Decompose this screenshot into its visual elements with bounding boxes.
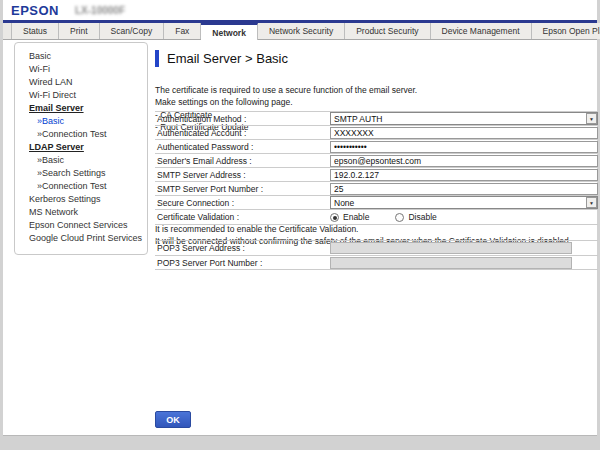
pop3-server-port-label: POP3 Server Port Number : bbox=[155, 258, 330, 268]
certificate-validation-radio-group: Enable Disable bbox=[330, 212, 437, 222]
smtp-server-address-input[interactable] bbox=[330, 169, 598, 181]
tab-status[interactable]: Status bbox=[11, 23, 59, 39]
sender-email-input[interactable] bbox=[330, 155, 598, 167]
sidebar-item-epson-connect-services[interactable]: Epson Connect Services bbox=[15, 219, 147, 232]
ok-button[interactable]: OK bbox=[155, 411, 191, 428]
certificate-validation-label: Certificate Validation : bbox=[155, 212, 330, 222]
authentication-method-select[interactable]: SMTP AUTH ▼ bbox=[330, 112, 598, 125]
form-row-secure-connection: Secure Connection : None ▼ bbox=[155, 195, 598, 209]
smtp-server-port-input[interactable] bbox=[330, 183, 598, 195]
sidebar-item-email-server-basic[interactable]: »Basic bbox=[15, 115, 147, 128]
disable-radio-label: Disable bbox=[408, 212, 436, 222]
authenticated-account-input[interactable] bbox=[330, 127, 598, 139]
sidebar-item-wired-lan[interactable]: Wired LAN bbox=[15, 76, 147, 89]
radio-unselected-icon[interactable] bbox=[395, 213, 404, 222]
sidebar-section-ldap-server[interactable]: LDAP Server bbox=[15, 141, 147, 154]
header: EPSON LX-10000F bbox=[3, 0, 597, 20]
pop3-server-address-label: POP3 Server Address : bbox=[155, 243, 330, 253]
dropdown-arrow-icon[interactable]: ▼ bbox=[586, 197, 597, 208]
note-line: It is recommended to enable the Certific… bbox=[155, 224, 571, 236]
radio-selected-icon[interactable] bbox=[330, 213, 339, 222]
certificate-validation-disable-radio[interactable]: Disable bbox=[395, 212, 436, 222]
sidebar-item-kerberos-settings[interactable]: Kerberos Settings bbox=[15, 193, 147, 206]
tab-fax[interactable]: Fax bbox=[164, 23, 201, 39]
smtp-server-address-label: SMTP Server Address : bbox=[155, 170, 330, 180]
sidebar-item-email-connection-test[interactable]: »Connection Test bbox=[15, 128, 147, 141]
sidebar-item-wifi[interactable]: Wi-Fi bbox=[15, 63, 147, 76]
tab-epson-open-platform[interactable]: Epson Open Platform bbox=[532, 23, 600, 39]
form-row-pop3-server-port: POP3 Server Port Number : bbox=[155, 255, 598, 270]
secure-connection-label: Secure Connection : bbox=[155, 198, 330, 208]
description-line: The certificate is required to use a sec… bbox=[155, 84, 417, 96]
authenticated-account-label: Authenticated Account : bbox=[155, 128, 330, 138]
webconfig-window: EPSON LX-10000F Status Print Scan/Copy F… bbox=[3, 0, 597, 436]
secure-connection-select[interactable]: None ▼ bbox=[330, 196, 598, 209]
sidebar-nav: Basic Wi-Fi Wired LAN Wi-Fi Direct Email… bbox=[14, 42, 148, 255]
pop3-server-address-input bbox=[330, 242, 572, 254]
tab-print[interactable]: Print bbox=[59, 23, 99, 39]
form-row-authenticated-password: Authenticated Password : bbox=[155, 139, 598, 153]
sidebar-item-basic[interactable]: Basic bbox=[15, 50, 147, 63]
form-row-authentication-method: Authentication Method : SMTP AUTH ▼ bbox=[155, 111, 598, 125]
authenticated-password-input[interactable] bbox=[330, 141, 598, 153]
description-line: Make settings on the following page. bbox=[155, 96, 417, 108]
secure-connection-value: None bbox=[331, 198, 354, 208]
enable-radio-label: Enable bbox=[343, 212, 369, 222]
authenticated-password-label: Authenticated Password : bbox=[155, 142, 330, 152]
pop3-server-port-input bbox=[330, 257, 572, 269]
sidebar-section-email-server[interactable]: Email Server bbox=[15, 102, 147, 115]
dropdown-arrow-icon[interactable]: ▼ bbox=[586, 113, 597, 124]
authentication-method-value: SMTP AUTH bbox=[331, 114, 383, 124]
smtp-server-port-label: SMTP Server Port Number : bbox=[155, 184, 330, 194]
certificate-validation-enable-radio[interactable]: Enable bbox=[330, 212, 369, 222]
sidebar-item-ms-network[interactable]: MS Network bbox=[15, 206, 147, 219]
form-row-authenticated-account: Authenticated Account : bbox=[155, 125, 598, 139]
sidebar-item-ldap-connection-test[interactable]: »Connection Test bbox=[15, 180, 147, 193]
sidebar-item-ldap-basic[interactable]: »Basic bbox=[15, 154, 147, 167]
tab-network-security[interactable]: Network Security bbox=[258, 23, 345, 39]
form-row-smtp-server-port: SMTP Server Port Number : bbox=[155, 181, 598, 195]
tab-network[interactable]: Network bbox=[201, 23, 258, 40]
title-accent-bar bbox=[155, 50, 159, 67]
tab-bar: Status Print Scan/Copy Fax Network Netwo… bbox=[3, 23, 597, 40]
tab-product-security[interactable]: Product Security bbox=[345, 23, 430, 39]
authentication-method-label: Authentication Method : bbox=[155, 114, 330, 124]
tab-scan-copy[interactable]: Scan/Copy bbox=[100, 23, 165, 39]
sidebar-item-google-cloud-print-services[interactable]: Google Cloud Print Services bbox=[15, 232, 147, 245]
sidebar-item-ldap-search-settings[interactable]: »Search Settings bbox=[15, 167, 147, 180]
email-server-form: Authentication Method : SMTP AUTH ▼ Auth… bbox=[155, 111, 598, 225]
epson-logo: EPSON bbox=[11, 3, 59, 18]
form-row-certificate-validation: Certificate Validation : Enable Disable bbox=[155, 209, 598, 224]
page-title-row: Email Server > Basic bbox=[155, 50, 288, 67]
form-row-sender-email: Sender's Email Address : bbox=[155, 153, 598, 167]
form-row-pop3-server-address: POP3 Server Address : bbox=[155, 240, 598, 255]
sidebar-item-wifi-direct[interactable]: Wi-Fi Direct bbox=[15, 89, 147, 102]
sender-email-label: Sender's Email Address : bbox=[155, 156, 330, 166]
page-title: Email Server > Basic bbox=[167, 51, 288, 66]
tab-device-management[interactable]: Device Management bbox=[431, 23, 532, 39]
form-row-smtp-server-address: SMTP Server Address : bbox=[155, 167, 598, 181]
printer-model-label: LX-10000F bbox=[75, 5, 125, 16]
pop3-form: POP3 Server Address : POP3 Server Port N… bbox=[155, 240, 598, 270]
